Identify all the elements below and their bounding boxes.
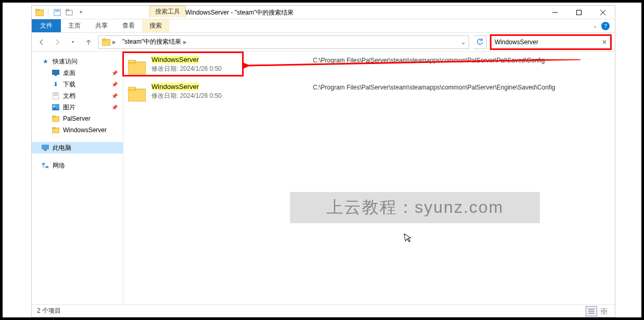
contextual-tab-label: 搜索工具 [149, 6, 186, 17]
tree-this-pc[interactable]: 此电脑 [32, 142, 123, 153]
network-icon [41, 161, 49, 170]
view-icons-button[interactable] [598, 306, 610, 316]
window-title: WindowsServer - "steam"中的搜索结果 [185, 8, 294, 17]
status-bar: 2 个项目 [32, 304, 615, 317]
svg-rect-11 [102, 39, 106, 40]
star-icon: ★ [41, 57, 49, 66]
svg-rect-1 [35, 9, 39, 10]
svg-rect-24 [44, 149, 47, 151]
tree-label: 图片 [63, 103, 75, 112]
result-path: C:\Program Files\PalServer\steam\steamap… [313, 56, 611, 64]
chevron-right-icon: ▶ [112, 40, 116, 45]
address-dropdown-icon[interactable]: ⌄ [458, 39, 469, 46]
svg-rect-2 [54, 9, 60, 16]
result-date: 修改日期: 2024/1/26 0:50 [151, 92, 308, 100]
ribbon-expand-icon[interactable]: ⌄ [593, 23, 597, 29]
result-row[interactable]: WindowsServer 修改日期: 2024/1/26 0:50 C:\Pr… [123, 54, 615, 81]
svg-rect-0 [35, 10, 44, 16]
ribbon-tab-view[interactable]: 查看 [115, 19, 142, 32]
folder-icon [52, 114, 60, 123]
tree-item-desktop[interactable]: 桌面 📌 [32, 67, 123, 79]
svg-rect-30 [128, 60, 135, 63]
navigation-row: ▾ ▶ "steam"中的搜索结果 ▶ ⌄ ✕ [32, 33, 615, 52]
pin-icon: 📌 [111, 70, 118, 76]
address-bar[interactable]: ▶ "steam"中的搜索结果 ▶ ⌄ [98, 35, 469, 49]
svg-rect-32 [128, 87, 135, 90]
svg-rect-7 [577, 10, 582, 15]
breadcrumb-current[interactable]: "steam"中的搜索结果 ▶ [119, 36, 190, 48]
download-icon: ⬇ [52, 80, 60, 88]
svg-rect-40 [604, 312, 607, 314]
tree-label: WindowsServer [63, 126, 107, 134]
svg-rect-14 [53, 92, 59, 99]
svg-rect-25 [42, 163, 45, 165]
cursor-icon [403, 232, 413, 246]
picture-icon [52, 103, 60, 111]
recent-dropdown-icon[interactable]: ▾ [67, 36, 79, 48]
status-item-count: 2 个项目 [37, 306, 61, 315]
svg-rect-22 [52, 127, 55, 129]
tree-label: 下载 [63, 80, 75, 89]
svg-rect-3 [55, 10, 59, 11]
refresh-button[interactable] [473, 35, 487, 49]
chevron-right-icon: ▶ [183, 40, 187, 45]
tree-quick-access[interactable]: ★ 快速访问 [32, 56, 123, 67]
ribbon: 文件 主页 共享 查看 搜索 ⌄ ? [32, 19, 615, 33]
desktop-icon [52, 69, 60, 77]
watermark: 上云教程：syunz.com [290, 192, 540, 223]
result-name: WindowsServer [151, 83, 308, 91]
svg-point-18 [54, 106, 55, 107]
up-button[interactable] [83, 36, 94, 48]
pin-icon: 📌 [111, 82, 118, 87]
svg-rect-38 [604, 308, 607, 311]
search-input[interactable] [495, 39, 602, 46]
tree-item-documents[interactable]: 文档 📌 [32, 90, 123, 101]
svg-rect-29 [128, 62, 146, 74]
result-row[interactable]: WindowsServer 修改日期: 2024/1/26 0:50 C:\Pr… [123, 81, 615, 108]
maximize-button[interactable] [567, 6, 591, 19]
pin-icon: 📌 [111, 93, 118, 99]
document-icon [52, 92, 60, 100]
qat-dropdown-icon[interactable]: ▼ [77, 8, 85, 17]
svg-rect-12 [52, 70, 59, 75]
tree-item-palserver[interactable]: PalServer [32, 113, 123, 124]
navigation-pane: ★ 快速访问 桌面 📌 ⬇ 下载 📌 文档 📌 图片 📌 [32, 52, 123, 304]
pc-icon [41, 144, 49, 152]
minimize-button[interactable] [543, 6, 567, 19]
tree-label: 快速访问 [53, 57, 78, 66]
pin-icon: 📌 [111, 105, 118, 110]
back-button[interactable] [36, 36, 47, 48]
qat-newfolder-icon[interactable] [65, 8, 73, 17]
ribbon-tab-home[interactable]: 主页 [61, 19, 88, 32]
breadcrumb-root[interactable]: ▶ [99, 36, 119, 48]
ribbon-tab-search[interactable]: 搜索 [142, 19, 169, 32]
tree-label: PalServer [63, 115, 91, 122]
ribbon-file-tab[interactable]: 文件 [32, 19, 61, 32]
explorer-icon [35, 8, 44, 17]
search-box[interactable]: ✕ [491, 35, 611, 49]
clear-search-icon[interactable]: ✕ [602, 39, 607, 46]
tree-item-downloads[interactable]: ⬇ 下载 📌 [32, 79, 123, 90]
tree-item-pictures[interactable]: 图片 📌 [32, 101, 123, 113]
forward-button[interactable] [52, 36, 63, 48]
qat-properties-icon[interactable] [53, 8, 61, 17]
tree-label: 网络 [53, 161, 65, 170]
ribbon-tab-share[interactable]: 共享 [88, 19, 115, 32]
close-button[interactable] [591, 6, 615, 19]
tree-item-windowsserver[interactable]: WindowsServer [32, 124, 123, 136]
svg-rect-39 [601, 312, 603, 314]
tree-label: 此电脑 [53, 144, 71, 152]
svg-rect-31 [128, 89, 146, 101]
folder-icon [52, 126, 60, 134]
svg-rect-37 [601, 308, 603, 311]
view-details-button[interactable] [586, 306, 597, 316]
tree-network[interactable]: 网络 [32, 160, 123, 171]
folder-icon [128, 83, 146, 106]
help-icon[interactable]: ? [601, 22, 610, 30]
svg-rect-23 [42, 145, 49, 149]
tree-label: 桌面 [63, 69, 75, 78]
folder-icon [128, 56, 146, 79]
svg-rect-10 [102, 40, 110, 46]
titlebar[interactable]: ▼ 搜索工具 WindowsServer - "steam"中的搜索结果 [32, 6, 615, 19]
svg-rect-13 [55, 75, 57, 76]
